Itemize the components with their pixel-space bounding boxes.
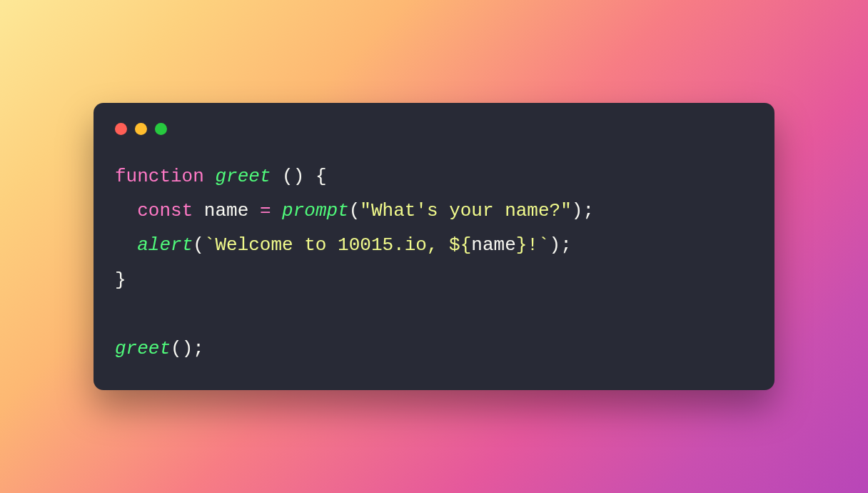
paren-close: ) [182,338,193,359]
code-content: function greet () { const name = prompt(… [94,135,774,390]
code-line-3: alert(`Welcome to 10015.io, ${name}!`); [115,234,572,256]
code-line-1: function greet () { [115,166,327,187]
variable-name: name [204,200,248,221]
function-alert: alert [137,234,193,256]
keyword-function: function [115,166,204,187]
paren-open: ( [193,234,204,256]
indent [115,234,137,256]
whitespace [271,166,282,187]
paren-open: ( [349,200,360,221]
brace-open: { [316,166,327,187]
semicolon: ; [193,338,204,359]
whitespace [271,200,282,221]
template-expr-close: } [516,234,528,256]
code-line-4: } [115,269,126,291]
paren-close: ) [572,200,583,221]
semicolon: ; [560,234,572,256]
window-controls [94,103,774,135]
paren-open: ( [171,338,182,359]
minimize-icon[interactable] [135,123,147,135]
code-line-2: const name = prompt("What's your name?")… [115,200,594,221]
whitespace [193,200,204,221]
function-prompt: prompt [282,200,349,221]
paren-open: ( [282,166,293,187]
whitespace [304,166,316,187]
template-literal-open: `Welcome to 10015.io, [204,234,449,256]
code-line-6: greet(); [115,338,204,359]
template-expr-open: ${ [449,234,471,256]
keyword-const: const [137,200,193,221]
template-literal-close: !` [527,234,549,256]
operator-equals: = [260,200,271,221]
function-call-greet: greet [115,338,171,359]
function-name-greet: greet [215,166,271,187]
close-icon[interactable] [115,123,127,135]
whitespace [204,166,216,187]
brace-close: } [115,269,126,291]
maximize-icon[interactable] [155,123,167,135]
string-literal: "What's your name?" [360,200,571,221]
whitespace [248,200,260,221]
indent [115,200,137,221]
template-variable: name [471,234,515,256]
code-window: function greet () { const name = prompt(… [94,103,774,390]
paren-close: ) [550,234,561,256]
paren-close: ) [293,166,305,187]
semicolon: ; [582,200,594,221]
